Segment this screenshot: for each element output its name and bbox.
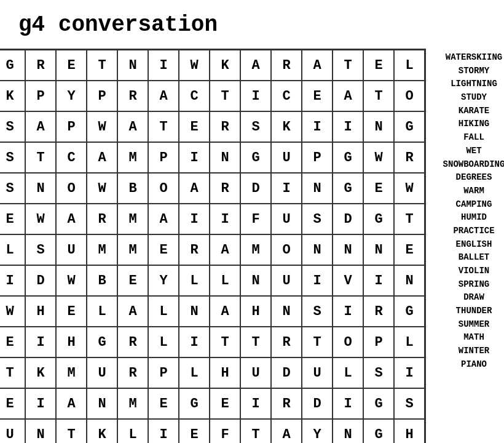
grid-cell[interactable]: L: [179, 265, 210, 296]
grid-cell[interactable]: R: [210, 173, 240, 204]
grid-cell[interactable]: B: [87, 265, 117, 296]
grid-cell[interactable]: N: [302, 173, 333, 204]
grid-cell[interactable]: P: [56, 111, 87, 142]
grid-cell[interactable]: W: [179, 50, 210, 81]
grid-cell[interactable]: P: [87, 81, 117, 111]
grid-cell[interactable]: W: [87, 111, 117, 142]
grid-cell[interactable]: I: [302, 265, 333, 296]
grid-cell[interactable]: G: [363, 388, 394, 419]
grid-cell[interactable]: G: [394, 111, 425, 142]
grid-cell[interactable]: G: [394, 296, 425, 327]
grid-cell[interactable]: A: [25, 111, 56, 142]
grid-cell[interactable]: I: [240, 81, 271, 111]
grid-cell[interactable]: N: [302, 234, 333, 265]
grid-cell[interactable]: N: [394, 265, 425, 296]
grid-cell[interactable]: N: [210, 142, 240, 173]
grid-cell[interactable]: B: [117, 173, 148, 204]
grid-cell[interactable]: I: [0, 265, 25, 296]
grid-cell[interactable]: I: [25, 388, 56, 419]
grid-cell[interactable]: O: [394, 81, 425, 111]
grid-cell[interactable]: I: [210, 204, 240, 234]
grid-cell[interactable]: G: [240, 142, 271, 173]
grid-cell[interactable]: R: [117, 327, 148, 357]
grid-cell[interactable]: L: [0, 234, 25, 265]
grid-cell[interactable]: L: [148, 296, 179, 327]
grid-cell[interactable]: I: [25, 327, 56, 357]
grid-cell[interactable]: I: [333, 296, 363, 327]
grid-cell[interactable]: U: [302, 357, 333, 388]
grid-cell[interactable]: I: [333, 388, 363, 419]
grid-cell[interactable]: G: [333, 173, 363, 204]
grid-cell[interactable]: R: [394, 142, 425, 173]
grid-cell[interactable]: L: [333, 357, 363, 388]
grid-cell[interactable]: K: [0, 81, 25, 111]
grid-cell[interactable]: N: [117, 50, 148, 81]
grid-cell[interactable]: T: [148, 111, 179, 142]
grid-cell[interactable]: A: [333, 81, 363, 111]
grid-cell[interactable]: O: [271, 234, 302, 265]
grid-cell[interactable]: T: [363, 81, 394, 111]
grid-cell[interactable]: K: [210, 50, 240, 81]
grid-cell[interactable]: G: [363, 419, 394, 443]
grid-cell[interactable]: E: [117, 265, 148, 296]
grid-cell[interactable]: M: [56, 357, 87, 388]
grid-cell[interactable]: K: [87, 419, 117, 443]
grid-cell[interactable]: R: [271, 327, 302, 357]
grid-cell[interactable]: T: [333, 50, 363, 81]
grid-cell[interactable]: I: [363, 265, 394, 296]
grid-cell[interactable]: U: [271, 265, 302, 296]
grid-cell[interactable]: U: [87, 357, 117, 388]
grid-cell[interactable]: H: [210, 357, 240, 388]
grid-cell[interactable]: F: [210, 419, 240, 443]
grid-cell[interactable]: A: [56, 204, 87, 234]
grid-cell[interactable]: A: [302, 50, 333, 81]
grid-cell[interactable]: D: [302, 388, 333, 419]
grid-cell[interactable]: D: [333, 204, 363, 234]
grid-cell[interactable]: P: [148, 357, 179, 388]
grid-cell[interactable]: A: [179, 173, 210, 204]
grid-cell[interactable]: Y: [302, 419, 333, 443]
grid-cell[interactable]: E: [56, 50, 87, 81]
grid-cell[interactable]: T: [210, 327, 240, 357]
grid-cell[interactable]: A: [210, 234, 240, 265]
grid-cell[interactable]: A: [148, 204, 179, 234]
grid-cell[interactable]: M: [117, 388, 148, 419]
grid-cell[interactable]: P: [148, 142, 179, 173]
grid-cell[interactable]: K: [271, 111, 302, 142]
grid-cell[interactable]: U: [271, 204, 302, 234]
grid-cell[interactable]: C: [179, 81, 210, 111]
grid-cell[interactable]: G: [179, 388, 210, 419]
grid-cell[interactable]: S: [25, 234, 56, 265]
grid-cell[interactable]: N: [25, 173, 56, 204]
grid-cell[interactable]: G: [363, 204, 394, 234]
grid-cell[interactable]: H: [240, 296, 271, 327]
grid-cell[interactable]: M: [240, 234, 271, 265]
grid-cell[interactable]: K: [25, 357, 56, 388]
grid-cell[interactable]: S: [302, 296, 333, 327]
grid-cell[interactable]: D: [271, 357, 302, 388]
grid-cell[interactable]: E: [363, 173, 394, 204]
grid-cell[interactable]: E: [0, 388, 25, 419]
grid-cell[interactable]: R: [363, 296, 394, 327]
grid-cell[interactable]: R: [271, 388, 302, 419]
grid-cell[interactable]: O: [148, 173, 179, 204]
grid-cell[interactable]: T: [0, 357, 25, 388]
grid-cell[interactable]: L: [148, 327, 179, 357]
grid-cell[interactable]: T: [302, 327, 333, 357]
grid-cell[interactable]: S: [302, 204, 333, 234]
grid-cell[interactable]: R: [210, 111, 240, 142]
grid-cell[interactable]: R: [25, 50, 56, 81]
grid-cell[interactable]: U: [240, 357, 271, 388]
grid-cell[interactable]: N: [363, 234, 394, 265]
grid-cell[interactable]: H: [25, 296, 56, 327]
grid-cell[interactable]: E: [302, 81, 333, 111]
grid-cell[interactable]: L: [394, 50, 425, 81]
grid-cell[interactable]: G: [87, 327, 117, 357]
grid-cell[interactable]: S: [240, 111, 271, 142]
grid-cell[interactable]: I: [240, 388, 271, 419]
grid-cell[interactable]: E: [363, 50, 394, 81]
grid-cell[interactable]: N: [240, 265, 271, 296]
grid-cell[interactable]: N: [363, 111, 394, 142]
grid-cell[interactable]: I: [394, 357, 425, 388]
grid-cell[interactable]: W: [56, 265, 87, 296]
